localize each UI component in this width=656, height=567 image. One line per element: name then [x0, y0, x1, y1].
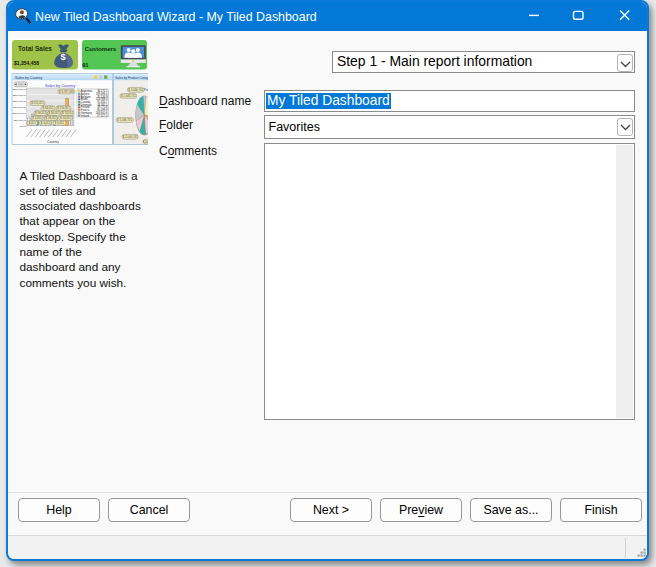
svg-text:Ireland: Ireland — [81, 114, 90, 118]
svg-text:$ 254,051: $ 254,051 — [57, 106, 70, 110]
svg-text:$ 34,051: $ 34,051 — [46, 116, 57, 120]
svg-text:$ 14,051: $ 14,051 — [60, 116, 71, 120]
svg-text:$ 4,051: $ 4,051 — [32, 116, 42, 120]
svg-text:Country: Country — [47, 140, 59, 144]
svg-text:Customers: Customers — [85, 46, 117, 52]
svg-text:$50,000.00: $50,000.00 — [14, 119, 27, 122]
svg-text:$250,000.00: $250,000.00 — [13, 94, 27, 97]
svg-text:$200,000.00: $200,000.00 — [13, 100, 27, 103]
svg-text:Sales by Product Category: Sales by Product Category — [115, 76, 148, 80]
svg-text:$ 8,787,083: $ 8,787,083 — [59, 90, 74, 94]
svg-text:$: $ — [61, 51, 67, 62]
svg-text:Total Sales: Total Sales — [18, 45, 52, 52]
svg-text:91: 91 — [83, 62, 89, 68]
svg-text:$ 84,051: $ 84,051 — [49, 111, 60, 115]
svg-text:$ 1,046,741: $ 1,046,741 — [117, 118, 132, 122]
svg-text:$0.00: $0.00 — [20, 125, 27, 128]
svg-text:$ 051: $ 051 — [29, 121, 36, 125]
svg-text:Sales by Country: Sales by Country — [45, 83, 75, 88]
svg-text:Sales by Country: Sales by Country — [15, 76, 43, 80]
svg-text:$ 2,046,741: $ 2,046,741 — [123, 135, 138, 139]
svg-text:$ 64,051: $ 64,051 — [43, 106, 54, 110]
svg-text:$ 441,741: $ 441,741 — [143, 140, 148, 144]
svg-text:57,317.4: 57,317.4 — [97, 114, 108, 118]
svg-text:$ 1,646,741: $ 1,646,741 — [121, 94, 136, 98]
svg-text:$150,000.00: $150,000.00 — [13, 106, 27, 109]
svg-text:$ 555,051: $ 555,051 — [31, 101, 44, 105]
svg-text:$ 9,051: $ 9,051 — [55, 121, 65, 125]
svg-text:$ 94,051: $ 94,051 — [35, 111, 46, 115]
svg-text:$ 3,051: $ 3,051 — [41, 121, 51, 125]
svg-text:$ 3,046,741: $ 3,046,741 — [128, 88, 143, 92]
svg-text:$1,354,458: $1,354,458 — [14, 60, 39, 66]
svg-text:$300,000.00: $300,000.00 — [13, 88, 27, 91]
svg-text:$ 74,051: $ 74,051 — [62, 111, 73, 115]
svg-text:$100,000.00: $100,000.00 — [13, 112, 27, 115]
